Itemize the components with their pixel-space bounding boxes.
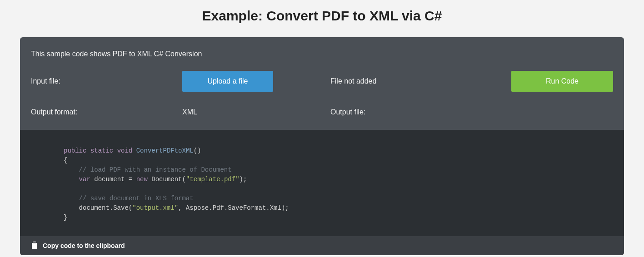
panel-description: This sample code shows PDF to XML C# Con…	[31, 50, 613, 58]
keyword-new: new	[136, 176, 148, 183]
input-row: Input file: Upload a file File not added…	[31, 71, 613, 92]
copy-code-label: Copy code to the clipboard	[43, 242, 125, 249]
code-text: ()	[194, 147, 201, 154]
code-string: "output.xml"	[132, 204, 178, 212]
example-panel: This sample code shows PDF to XML C# Con…	[20, 37, 624, 255]
code-text: =	[125, 176, 136, 183]
code-text: {	[64, 157, 67, 164]
file-status: File not added	[330, 77, 482, 85]
clipboard-icon	[31, 242, 38, 250]
svg-rect-0	[32, 243, 37, 249]
code-string: "template.pdf"	[186, 176, 240, 183]
code-block: public static void ConvertPDFtoXML() { /…	[20, 130, 624, 236]
output-format-value: XML	[182, 108, 197, 116]
keyword-static: static	[90, 147, 113, 154]
page-title: Example: Convert PDF to XML via C#	[0, 8, 644, 24]
keyword-void: void	[117, 147, 133, 154]
output-row: Output format: XML Output file:	[31, 108, 613, 116]
keyword-var: var	[79, 176, 90, 183]
code-comment: // load PDF with an instance of Document	[79, 166, 232, 173]
run-code-button[interactable]: Run Code	[511, 71, 613, 92]
code-text: document	[94, 176, 125, 183]
output-format-label: Output format:	[31, 108, 182, 116]
code-text: }	[64, 214, 67, 221]
copy-code-button[interactable]: Copy code to the clipboard	[20, 236, 624, 255]
upload-file-button[interactable]: Upload a file	[182, 71, 273, 92]
function-name: ConvertPDFtoXML	[136, 147, 194, 154]
svg-rect-2	[33, 242, 36, 243]
code-text: Document	[151, 176, 182, 183]
input-file-label: Input file:	[31, 77, 182, 85]
panel-controls: This sample code shows PDF to XML C# Con…	[20, 37, 624, 130]
code-text: document.Save(	[79, 204, 133, 212]
code-comment: // save document in XLS format	[79, 195, 194, 202]
code-text: , Aspose.Pdf.SaveFormat.Xml);	[178, 204, 289, 212]
keyword-public: public	[64, 147, 86, 154]
output-file-label: Output file:	[330, 108, 482, 116]
code-text: );	[240, 176, 247, 183]
